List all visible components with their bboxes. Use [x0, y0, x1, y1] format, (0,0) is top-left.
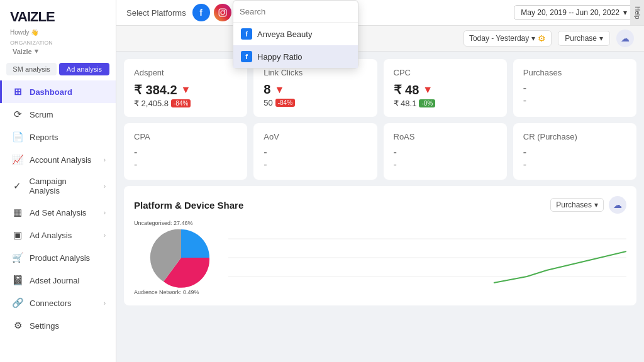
fb-badge-icon: f	[241, 51, 252, 62]
org-name: Vaizle	[13, 48, 32, 55]
metric-title: CR (Purchase)	[523, 132, 626, 141]
chart-purchases-select[interactable]: Purchases ▾	[550, 198, 604, 212]
sidebar-item-settings[interactable]: ⚙ Settings	[0, 314, 116, 337]
badge-down: -84%	[171, 99, 191, 107]
metric-value: -	[394, 146, 497, 158]
analysis-tabs: SM analysis Ad analysis	[0, 60, 116, 80]
arrow-down-icon: ▼	[181, 84, 191, 96]
metric-sub: -	[134, 159, 237, 170]
facebook-icon[interactable]: f	[192, 4, 210, 21]
help-side-btn[interactable]: Help	[630, 0, 644, 25]
search-input[interactable]	[240, 7, 352, 16]
date-range-text: May 20, 2019 -- Jun 20, 2022	[521, 8, 619, 17]
metric-title: Adspent	[134, 68, 237, 77]
tab-ad-analysis[interactable]: Ad analysis	[59, 63, 109, 75]
chart-section: Platform & Device Share Purchases ▾ ☁ Un…	[124, 186, 636, 305]
sidebar-item-label: Connectors	[30, 299, 71, 308]
metric-sub: -	[523, 95, 626, 106]
dropdown-item-happy-ratio[interactable]: f Happy Ratio	[233, 45, 358, 68]
cloud-icon[interactable]: ☁	[609, 196, 626, 214]
date-range[interactable]: May 20, 2019 -- Jun 20, 2022 ▾	[514, 5, 634, 20]
dropdown-search-area	[233, 1, 358, 23]
metric-card-purchases: Purchases - -	[513, 59, 636, 117]
account-analysis-icon: 📈	[12, 154, 23, 165]
metrics-row-2: CPA - - AoV - - RoAS -	[124, 123, 636, 180]
metric-title: AoV	[264, 132, 367, 141]
metric-card-cpa: CPA - -	[124, 123, 247, 180]
metric-card-roas: RoAS - -	[384, 123, 507, 180]
pie-chart: Uncategorised: 27.46% Audience Network: …	[134, 220, 228, 295]
svg-point-1	[221, 11, 225, 14]
platform-dropdown: f Anveya Beauty f Happy Ratio	[233, 0, 358, 69]
metrics-row-1: Adspent ₹ 384.2 ▼ ₹ 2,405.8 -84% Link Cl…	[124, 59, 636, 117]
sidebar-item-label: Reports	[30, 133, 58, 142]
main-content: Select Platforms f 💬 💬 ? May 20, 2019 --…	[116, 0, 644, 362]
cloud-upload-icon[interactable]: ☁	[616, 30, 634, 47]
chevron-right-icon: ›	[104, 183, 106, 190]
sidebar: VAIZLE Howdy 👋 Organization Vaizle ▾ SM …	[0, 0, 116, 362]
fb-badge-icon: f	[241, 28, 252, 40]
metric-sub: -	[523, 159, 626, 170]
chevron-right-icon: ›	[104, 156, 106, 163]
purchase-select[interactable]: Purchase ▾	[558, 31, 610, 46]
arrow-down-icon: ▼	[423, 84, 433, 96]
chart-line-area	[228, 220, 626, 295]
metric-value: -	[134, 146, 237, 158]
svg-rect-0	[219, 9, 226, 16]
sidebar-item-label: Dashboard	[30, 87, 72, 97]
sidebar-item-product-analysis[interactable]: 🛒 Product Analysis	[0, 246, 116, 269]
metric-value: 8 ▼	[264, 82, 367, 97]
metric-card-cpc: CPC ₹ 48 ▼ ₹ 48.1 -0%	[384, 59, 507, 117]
chevron-right-icon: ›	[104, 232, 106, 239]
metric-sub: -	[394, 159, 497, 170]
sidebar-item-label: Account Analysis	[30, 155, 91, 165]
svg-point-2	[224, 10, 225, 11]
sidebar-item-reports[interactable]: 📄 Reports	[0, 126, 116, 148]
arrow-down-icon: ▼	[274, 84, 284, 96]
reports-icon: 📄	[12, 131, 23, 143]
chart-select-text: Purchases	[556, 200, 592, 209]
dashboard-icon: ⊞	[12, 86, 23, 97]
period-select[interactable]: Today - Yesterday ▾ ⚙	[464, 30, 552, 47]
journal-icon: 📓	[12, 275, 23, 286]
pie-label-top: Uncategorised: 27.46%	[134, 220, 193, 226]
metric-card-aov: AoV - -	[253, 123, 377, 180]
chart-header: Platform & Device Share Purchases ▾ ☁	[134, 196, 626, 214]
chart-controls: Purchases ▾ ☁	[550, 196, 626, 214]
gear-icon: ⚙	[538, 33, 546, 43]
metric-value: -	[523, 82, 626, 94]
sidebar-item-dashboard[interactable]: ⊞ Dashboard	[0, 80, 116, 103]
dropdown-item-anveya[interactable]: f Anveya Beauty	[233, 23, 358, 45]
sidebar-item-ad-analysis[interactable]: ▣ Ad Analysis ›	[0, 224, 116, 246]
tab-sm-analysis[interactable]: SM analysis	[6, 63, 57, 75]
sidebar-item-adset-analysis[interactable]: ▦ Ad Set Analysis ›	[0, 201, 116, 224]
metric-card-adspent: Adspent ₹ 384.2 ▼ ₹ 2,405.8 -84%	[124, 59, 247, 117]
logo: VAIZLE	[10, 9, 55, 25]
sidebar-item-label: Settings	[30, 321, 59, 331]
secondbar: Today - Yesterday ▾ ⚙ Purchase ▾ ☁	[116, 26, 644, 52]
metric-value: ₹ 384.2 ▼	[134, 82, 237, 97]
connectors-icon: 🔗	[12, 297, 23, 309]
platform-label: Select Platforms	[126, 8, 186, 18]
instagram-icon[interactable]	[214, 4, 231, 21]
logo-area: VAIZLE	[0, 0, 116, 29]
dropdown-item-label: Anveya Beauty	[257, 30, 312, 39]
chart-area: Uncategorised: 27.46% Audience Network: …	[134, 220, 626, 295]
pie-label-bottom: Audience Network: 0.49%	[134, 289, 199, 295]
settings-icon: ⚙	[12, 320, 23, 331]
adset-icon: ▦	[12, 207, 23, 218]
sidebar-item-adset-journal[interactable]: 📓 Adset Journal	[0, 269, 116, 292]
metric-value: -	[264, 146, 367, 158]
metric-title: RoAS	[394, 132, 497, 141]
sidebar-item-scrum[interactable]: ⟳ Scrum	[0, 103, 116, 126]
chevron-right-icon: ›	[104, 209, 106, 216]
purchase-text: Purchase	[565, 34, 597, 43]
org-label: Organization	[0, 37, 116, 46]
metric-sub: -	[264, 159, 367, 170]
sidebar-item-account-analysis[interactable]: 📈 Account Analysis ›	[0, 148, 116, 171]
sidebar-item-connectors[interactable]: 🔗 Connectors ›	[0, 292, 116, 314]
sidebar-item-campaign-analysis[interactable]: ✓ Campaign Analysis ›	[0, 171, 116, 201]
ad-analysis-icon: ▣	[12, 229, 23, 241]
org-select[interactable]: Vaizle ▾	[0, 46, 116, 60]
badge-neutral: -0%	[419, 99, 435, 107]
